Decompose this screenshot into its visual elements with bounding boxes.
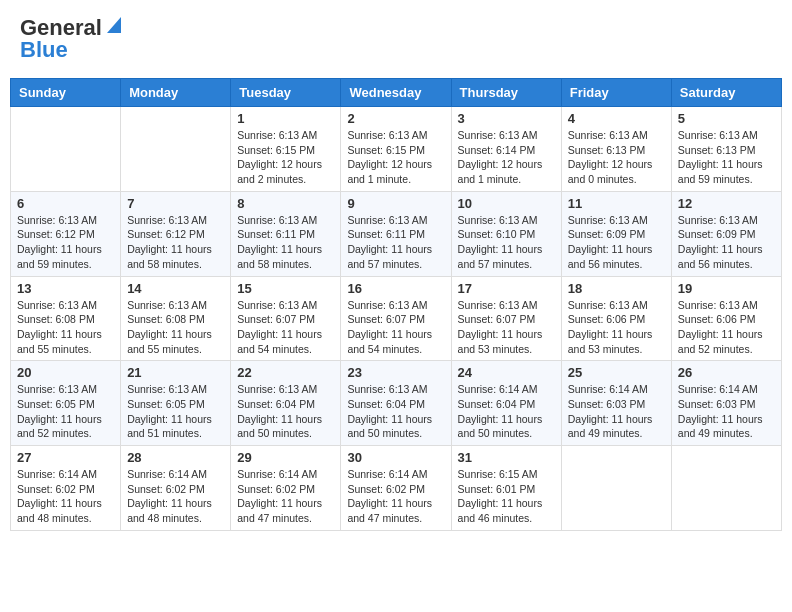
day-number: 22 <box>237 365 334 380</box>
calendar-cell: 13Sunrise: 6:13 AMSunset: 6:08 PMDayligh… <box>11 276 121 361</box>
svg-marker-0 <box>107 17 121 33</box>
weekday-header-saturday: Saturday <box>671 79 781 107</box>
calendar-cell <box>671 446 781 531</box>
page-header: General Blue <box>10 10 782 68</box>
calendar-cell: 25Sunrise: 6:14 AMSunset: 6:03 PMDayligh… <box>561 361 671 446</box>
logo: General Blue <box>20 15 121 63</box>
day-number: 3 <box>458 111 555 126</box>
day-info: Sunrise: 6:13 AMSunset: 6:15 PMDaylight:… <box>237 128 334 187</box>
day-info: Sunrise: 6:13 AMSunset: 6:04 PMDaylight:… <box>347 382 444 441</box>
calendar-cell: 1Sunrise: 6:13 AMSunset: 6:15 PMDaylight… <box>231 107 341 192</box>
calendar-cell: 11Sunrise: 6:13 AMSunset: 6:09 PMDayligh… <box>561 191 671 276</box>
calendar-cell: 8Sunrise: 6:13 AMSunset: 6:11 PMDaylight… <box>231 191 341 276</box>
logo-icon <box>103 17 121 35</box>
day-number: 26 <box>678 365 775 380</box>
day-number: 21 <box>127 365 224 380</box>
calendar-cell: 26Sunrise: 6:14 AMSunset: 6:03 PMDayligh… <box>671 361 781 446</box>
calendar-cell: 16Sunrise: 6:13 AMSunset: 6:07 PMDayligh… <box>341 276 451 361</box>
calendar-cell <box>561 446 671 531</box>
calendar-cell: 28Sunrise: 6:14 AMSunset: 6:02 PMDayligh… <box>121 446 231 531</box>
day-number: 27 <box>17 450 114 465</box>
day-info: Sunrise: 6:15 AMSunset: 6:01 PMDaylight:… <box>458 467 555 526</box>
day-number: 24 <box>458 365 555 380</box>
day-number: 10 <box>458 196 555 211</box>
day-info: Sunrise: 6:13 AMSunset: 6:13 PMDaylight:… <box>568 128 665 187</box>
day-number: 11 <box>568 196 665 211</box>
weekday-header-thursday: Thursday <box>451 79 561 107</box>
day-info: Sunrise: 6:13 AMSunset: 6:14 PMDaylight:… <box>458 128 555 187</box>
day-number: 5 <box>678 111 775 126</box>
day-info: Sunrise: 6:13 AMSunset: 6:04 PMDaylight:… <box>237 382 334 441</box>
calendar-header-row: SundayMondayTuesdayWednesdayThursdayFrid… <box>11 79 782 107</box>
calendar-cell <box>121 107 231 192</box>
day-info: Sunrise: 6:13 AMSunset: 6:12 PMDaylight:… <box>17 213 114 272</box>
calendar-cell: 31Sunrise: 6:15 AMSunset: 6:01 PMDayligh… <box>451 446 561 531</box>
day-info: Sunrise: 6:14 AMSunset: 6:02 PMDaylight:… <box>237 467 334 526</box>
day-info: Sunrise: 6:13 AMSunset: 6:09 PMDaylight:… <box>678 213 775 272</box>
day-number: 8 <box>237 196 334 211</box>
calendar-cell: 19Sunrise: 6:13 AMSunset: 6:06 PMDayligh… <box>671 276 781 361</box>
calendar-cell: 9Sunrise: 6:13 AMSunset: 6:11 PMDaylight… <box>341 191 451 276</box>
calendar-cell: 4Sunrise: 6:13 AMSunset: 6:13 PMDaylight… <box>561 107 671 192</box>
calendar-cell: 7Sunrise: 6:13 AMSunset: 6:12 PMDaylight… <box>121 191 231 276</box>
calendar-cell: 20Sunrise: 6:13 AMSunset: 6:05 PMDayligh… <box>11 361 121 446</box>
calendar-week-3: 13Sunrise: 6:13 AMSunset: 6:08 PMDayligh… <box>11 276 782 361</box>
day-info: Sunrise: 6:13 AMSunset: 6:11 PMDaylight:… <box>237 213 334 272</box>
calendar-cell <box>11 107 121 192</box>
calendar-cell: 2Sunrise: 6:13 AMSunset: 6:15 PMDaylight… <box>341 107 451 192</box>
day-number: 20 <box>17 365 114 380</box>
calendar-cell: 24Sunrise: 6:14 AMSunset: 6:04 PMDayligh… <box>451 361 561 446</box>
day-info: Sunrise: 6:14 AMSunset: 6:02 PMDaylight:… <box>347 467 444 526</box>
day-info: Sunrise: 6:13 AMSunset: 6:07 PMDaylight:… <box>347 298 444 357</box>
day-number: 25 <box>568 365 665 380</box>
calendar-cell: 10Sunrise: 6:13 AMSunset: 6:10 PMDayligh… <box>451 191 561 276</box>
day-number: 13 <box>17 281 114 296</box>
calendar-cell: 5Sunrise: 6:13 AMSunset: 6:13 PMDaylight… <box>671 107 781 192</box>
day-info: Sunrise: 6:13 AMSunset: 6:08 PMDaylight:… <box>127 298 224 357</box>
day-info: Sunrise: 6:13 AMSunset: 6:15 PMDaylight:… <box>347 128 444 187</box>
calendar-cell: 15Sunrise: 6:13 AMSunset: 6:07 PMDayligh… <box>231 276 341 361</box>
day-info: Sunrise: 6:14 AMSunset: 6:03 PMDaylight:… <box>678 382 775 441</box>
day-info: Sunrise: 6:13 AMSunset: 6:09 PMDaylight:… <box>568 213 665 272</box>
calendar-cell: 23Sunrise: 6:13 AMSunset: 6:04 PMDayligh… <box>341 361 451 446</box>
calendar-cell: 6Sunrise: 6:13 AMSunset: 6:12 PMDaylight… <box>11 191 121 276</box>
day-info: Sunrise: 6:13 AMSunset: 6:13 PMDaylight:… <box>678 128 775 187</box>
day-number: 4 <box>568 111 665 126</box>
calendar-week-4: 20Sunrise: 6:13 AMSunset: 6:05 PMDayligh… <box>11 361 782 446</box>
weekday-header-sunday: Sunday <box>11 79 121 107</box>
day-number: 1 <box>237 111 334 126</box>
day-number: 19 <box>678 281 775 296</box>
day-number: 6 <box>17 196 114 211</box>
calendar-week-2: 6Sunrise: 6:13 AMSunset: 6:12 PMDaylight… <box>11 191 782 276</box>
day-info: Sunrise: 6:14 AMSunset: 6:02 PMDaylight:… <box>127 467 224 526</box>
day-number: 14 <box>127 281 224 296</box>
day-info: Sunrise: 6:13 AMSunset: 6:08 PMDaylight:… <box>17 298 114 357</box>
weekday-header-monday: Monday <box>121 79 231 107</box>
day-number: 16 <box>347 281 444 296</box>
day-info: Sunrise: 6:13 AMSunset: 6:05 PMDaylight:… <box>17 382 114 441</box>
day-number: 7 <box>127 196 224 211</box>
calendar-cell: 18Sunrise: 6:13 AMSunset: 6:06 PMDayligh… <box>561 276 671 361</box>
calendar-table: SundayMondayTuesdayWednesdayThursdayFrid… <box>10 78 782 531</box>
day-info: Sunrise: 6:13 AMSunset: 6:05 PMDaylight:… <box>127 382 224 441</box>
calendar-cell: 17Sunrise: 6:13 AMSunset: 6:07 PMDayligh… <box>451 276 561 361</box>
day-info: Sunrise: 6:13 AMSunset: 6:06 PMDaylight:… <box>678 298 775 357</box>
logo-blue: Blue <box>20 37 68 63</box>
day-info: Sunrise: 6:13 AMSunset: 6:11 PMDaylight:… <box>347 213 444 272</box>
calendar-cell: 21Sunrise: 6:13 AMSunset: 6:05 PMDayligh… <box>121 361 231 446</box>
day-info: Sunrise: 6:13 AMSunset: 6:12 PMDaylight:… <box>127 213 224 272</box>
day-info: Sunrise: 6:13 AMSunset: 6:07 PMDaylight:… <box>237 298 334 357</box>
day-number: 29 <box>237 450 334 465</box>
calendar-cell: 22Sunrise: 6:13 AMSunset: 6:04 PMDayligh… <box>231 361 341 446</box>
calendar-cell: 27Sunrise: 6:14 AMSunset: 6:02 PMDayligh… <box>11 446 121 531</box>
calendar-week-5: 27Sunrise: 6:14 AMSunset: 6:02 PMDayligh… <box>11 446 782 531</box>
calendar-week-1: 1Sunrise: 6:13 AMSunset: 6:15 PMDaylight… <box>11 107 782 192</box>
day-info: Sunrise: 6:13 AMSunset: 6:06 PMDaylight:… <box>568 298 665 357</box>
weekday-header-tuesday: Tuesday <box>231 79 341 107</box>
calendar-cell: 14Sunrise: 6:13 AMSunset: 6:08 PMDayligh… <box>121 276 231 361</box>
day-number: 28 <box>127 450 224 465</box>
day-number: 23 <box>347 365 444 380</box>
day-info: Sunrise: 6:14 AMSunset: 6:02 PMDaylight:… <box>17 467 114 526</box>
day-info: Sunrise: 6:14 AMSunset: 6:03 PMDaylight:… <box>568 382 665 441</box>
day-number: 9 <box>347 196 444 211</box>
